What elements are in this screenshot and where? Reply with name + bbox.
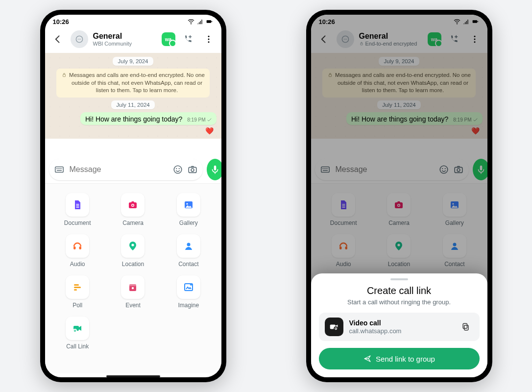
- attach-document[interactable]: Document: [318, 193, 369, 227]
- attach-camera[interactable]: Camera: [107, 193, 159, 227]
- back-button[interactable]: [50, 31, 66, 47]
- attach-contact[interactable]: Contact: [163, 234, 214, 268]
- lock-icon: [327, 72, 333, 78]
- poll-icon: [72, 281, 83, 293]
- attach-location[interactable]: Location: [107, 234, 159, 268]
- attach-label: Document: [64, 220, 91, 226]
- camera-icon[interactable]: [453, 164, 464, 175]
- event-tile: [121, 275, 145, 299]
- signal-icon: [462, 18, 470, 25]
- document-tile: [332, 193, 355, 217]
- attach-calllink[interactable]: Call Link: [52, 316, 103, 350]
- chat-area: July 9, 2024 Messages and calls are end-…: [45, 53, 221, 139]
- encryption-banner[interactable]: Messages and calls are end-to-end encryp…: [322, 69, 476, 98]
- mic-icon: [476, 164, 486, 175]
- send-link-button[interactable]: Send link to group: [319, 348, 480, 369]
- attach-label: Contact: [444, 261, 464, 268]
- emoji-icon[interactable]: [172, 164, 183, 175]
- attach-label: Event: [125, 302, 141, 309]
- location-tile: [121, 234, 145, 258]
- signal-icon: [196, 18, 204, 25]
- poll-tile: [66, 275, 89, 299]
- attachment-panel: DocumentCameraGalleryAudioLocationContac…: [45, 183, 221, 373]
- emoji-icon[interactable]: [438, 164, 449, 175]
- phone-mockup-right: 10:26 General End-to-end encrypted wa Ju…: [306, 10, 492, 382]
- whatsapp-badge-icon[interactable]: wa: [428, 32, 441, 46]
- chat-subtitle: WBI Community: [93, 41, 157, 47]
- message-time: 8:19 PM: [187, 117, 205, 122]
- group-avatar[interactable]: [337, 30, 354, 48]
- attach-audio[interactable]: Audio: [52, 234, 103, 268]
- copy-icon: [461, 322, 471, 332]
- attach-gallery[interactable]: Gallery: [163, 193, 214, 227]
- back-icon: [53, 34, 63, 45]
- date-separator: July 9, 2024: [113, 57, 153, 66]
- call-link-row[interactable]: Video call call.whatsapp.com: [319, 313, 480, 341]
- attach-label: Camera: [388, 220, 410, 226]
- attach-label: Document: [330, 220, 357, 226]
- keyboard-icon[interactable]: [54, 164, 65, 175]
- wifi-icon: [453, 18, 461, 25]
- chat-header: General End-to-end encrypted wa: [311, 28, 487, 53]
- calllink-icon: [72, 322, 83, 334]
- attach-document[interactable]: Document: [52, 193, 103, 227]
- voice-record-button[interactable]: [473, 159, 487, 180]
- send-link-label: Send link to group: [376, 355, 435, 363]
- overflow-menu-button[interactable]: [467, 31, 483, 47]
- document-icon: [72, 199, 83, 211]
- attach-label: Audio: [336, 261, 351, 268]
- attach-location[interactable]: Location: [373, 234, 425, 268]
- back-button[interactable]: [316, 31, 332, 47]
- attach-event[interactable]: Event: [107, 275, 159, 309]
- event-icon: [127, 281, 139, 293]
- calllink-tile: [66, 317, 89, 340]
- audio-tile: [66, 234, 89, 258]
- sheet-grab-handle[interactable]: [390, 278, 408, 280]
- clock: 10:26: [319, 18, 335, 25]
- message-bubble[interactable]: Hi! How are things going today? 8:19 PM: [80, 112, 217, 125]
- attach-imagine[interactable]: Imagine: [163, 275, 214, 309]
- whatsapp-badge-icon[interactable]: wa: [162, 32, 175, 46]
- camera-icon[interactable]: [187, 164, 198, 175]
- voice-record-button[interactable]: [207, 159, 221, 180]
- attach-label: Audio: [70, 261, 85, 268]
- overflow-menu-button[interactable]: [201, 31, 217, 47]
- video-link-icon: [325, 318, 343, 336]
- imagine-tile: [177, 275, 200, 299]
- chat-icon: [340, 34, 350, 44]
- message-bubble[interactable]: Hi! How are things going today? 8:19 PM: [346, 112, 483, 125]
- battery-icon: [471, 18, 480, 25]
- call-add-button[interactable]: [446, 31, 462, 47]
- composer-row: [311, 156, 487, 183]
- phone-mockup-left: 10:26 General WBI Community wa July 9, 2…: [40, 10, 226, 382]
- chat-title-block[interactable]: General End-to-end encrypted: [359, 32, 423, 47]
- message-input[interactable]: [335, 165, 435, 174]
- gallery-tile: [443, 193, 466, 217]
- audio-tile: [332, 234, 355, 258]
- attach-gallery[interactable]: Gallery: [429, 193, 480, 227]
- reaction-heart-icon[interactable]: ❤️: [205, 127, 214, 135]
- call-add-button[interactable]: [180, 31, 196, 47]
- reaction-heart-icon[interactable]: ❤️: [471, 127, 480, 135]
- lock-icon: [359, 41, 364, 46]
- sheet-title: Create call link: [319, 285, 480, 296]
- keyboard-icon[interactable]: [320, 164, 331, 175]
- encryption-banner[interactable]: Messages and calls are end-to-end encryp…: [56, 69, 210, 98]
- date-separator: July 9, 2024: [379, 57, 419, 66]
- attach-camera[interactable]: Camera: [373, 193, 425, 227]
- phone-plus-icon: [449, 34, 459, 45]
- attach-poll[interactable]: Poll: [52, 275, 103, 309]
- more-vertical-icon: [470, 34, 480, 44]
- message-input[interactable]: [69, 165, 169, 174]
- document-icon: [338, 199, 349, 211]
- attach-label: Camera: [122, 220, 144, 226]
- attach-audio[interactable]: Audio: [318, 234, 369, 268]
- chat-title-block[interactable]: General WBI Community: [93, 32, 157, 47]
- attach-contact[interactable]: Contact: [429, 234, 480, 268]
- chat-subtitle: End-to-end encrypted: [365, 41, 417, 47]
- copy-link-button[interactable]: [458, 319, 474, 335]
- status-bar: 10:26: [45, 15, 221, 28]
- sheet-subtitle: Start a call without ringing the group.: [319, 298, 480, 306]
- group-avatar[interactable]: [71, 30, 88, 48]
- sent-check-icon: [207, 117, 213, 123]
